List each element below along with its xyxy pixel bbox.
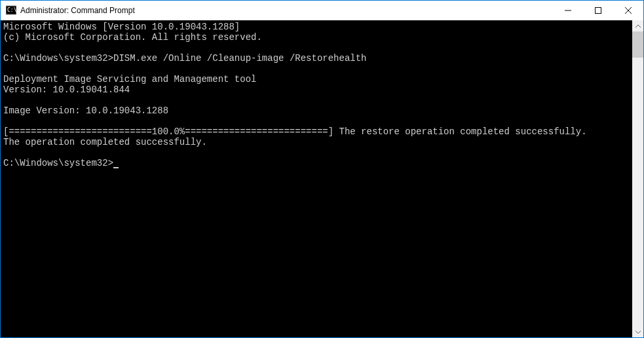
copyright-line: (c) Microsoft Corporation. All rights re… (3, 32, 262, 43)
command-text: DISM.exe /Online /Cleanup-image /Restore… (113, 53, 366, 64)
chevron-up-icon (635, 25, 641, 28)
scroll-track[interactable] (632, 31, 643, 326)
text-cursor (113, 167, 119, 168)
svg-text:C:\: C:\ (7, 7, 16, 13)
prompt-path: C:\Windows\system32> (3, 158, 113, 168)
dism-tool-name: Deployment Image Servicing and Managemen… (3, 74, 256, 84)
titlebar[interactable]: C:\ Administrator: Command Prompt (1, 1, 643, 20)
image-version: Image Version: 10.0.19043.1288 (3, 105, 168, 116)
maximize-button[interactable] (583, 1, 613, 20)
operation-status: The operation completed successfully. (3, 137, 207, 147)
console-output[interactable]: Microsoft Windows [Version 10.0.19043.12… (1, 20, 632, 337)
window-controls (553, 1, 643, 20)
svg-rect-3 (596, 8, 601, 14)
window-title: Administrator: Command Prompt (20, 6, 553, 15)
minimize-icon (565, 7, 571, 14)
progress-bar-line: [==========================100.0%=======… (3, 126, 587, 137)
prompt-path: C:\Windows\system32> (3, 53, 113, 64)
close-button[interactable] (613, 1, 643, 20)
close-icon (625, 7, 632, 14)
maximize-icon (595, 7, 601, 14)
cmd-icon: C:\ (6, 5, 16, 16)
console-area: Microsoft Windows [Version 10.0.19043.12… (1, 20, 643, 337)
scroll-down-button[interactable] (632, 326, 643, 337)
scroll-up-button[interactable] (632, 20, 643, 31)
chevron-down-icon (635, 331, 641, 333)
scroll-thumb[interactable] (632, 31, 643, 58)
dism-version: Version: 10.0.19041.844 (3, 84, 130, 95)
command-prompt-window: C:\ Administrator: Command Prompt Micros… (0, 0, 644, 338)
minimize-button[interactable] (553, 1, 583, 20)
version-line: Microsoft Windows [Version 10.0.19043.12… (3, 22, 240, 32)
vertical-scrollbar[interactable] (632, 20, 643, 337)
